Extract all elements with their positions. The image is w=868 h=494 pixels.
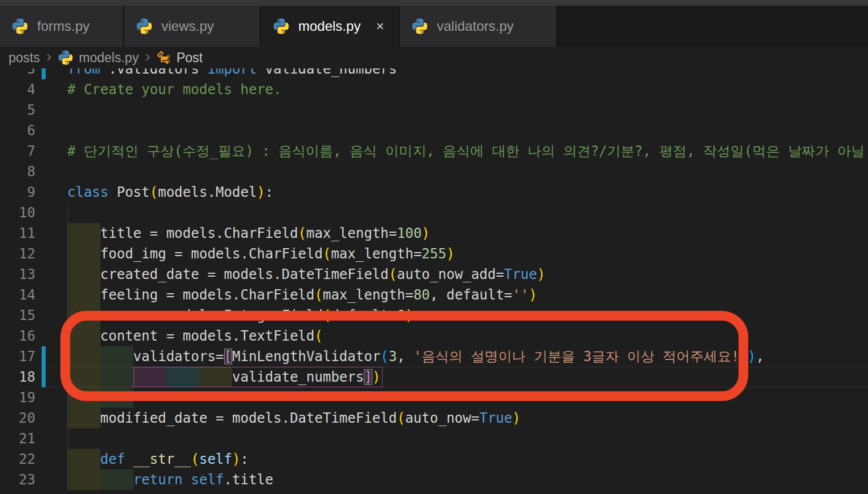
token: validate_numbers <box>257 68 397 77</box>
code-text: # 단기적인 구상(수정_필요) : 음식이름, 음식 이미지, 음식에 대한 … <box>67 143 868 159</box>
token: : <box>240 451 248 467</box>
token: default= <box>331 307 397 323</box>
code-line-11[interactable]: 11 title = models.CharField(max_length=1… <box>0 223 868 244</box>
python-icon <box>11 18 29 35</box>
git-modified-indicator <box>42 346 46 367</box>
code-line-12[interactable]: 12 food_img = models.CharField(max_lengt… <box>0 244 868 264</box>
code-line-10[interactable]: 10 <box>0 203 868 223</box>
close-icon[interactable]: × <box>376 19 384 33</box>
line-number: 19 <box>0 387 35 408</box>
code-line-23[interactable]: 23 return self.title <box>0 469 868 490</box>
token: ) <box>512 410 520 426</box>
code-line-6[interactable]: 6 <box>0 120 868 141</box>
line-number: 18 <box>0 367 35 387</box>
code-text: validate_numbers]) <box>67 369 380 385</box>
token: max_length= <box>323 287 413 303</box>
token: title = models.CharField <box>67 225 298 241</box>
token: True <box>504 266 537 282</box>
tab-models.py[interactable]: models.py× <box>261 6 398 47</box>
token: True <box>479 410 512 426</box>
line-number: 15 <box>0 305 35 326</box>
line-number: 13 <box>0 264 35 285</box>
code-line-13[interactable]: 13 created_date = models.DateTimeField(a… <box>0 264 868 285</box>
token: 80 <box>413 287 430 303</box>
token: max_length= <box>306 225 397 241</box>
code-line-17[interactable]: 17 validators=[MinLengthValidator(3, '음식… <box>0 346 868 367</box>
tab-views.py[interactable]: views.py <box>124 6 259 47</box>
line-number: 11 <box>0 223 35 244</box>
code-text: # Create your models here. <box>67 82 282 98</box>
tab-forms.py[interactable]: forms.py <box>0 6 123 47</box>
code-line-19[interactable]: 19 <box>0 387 868 408</box>
token: auto_now= <box>405 410 479 426</box>
token: MinLengthValidator <box>232 349 380 365</box>
line-number: 23 <box>0 469 35 490</box>
line-number: 9 <box>0 182 35 203</box>
code-text: food_img = models.CharField(max_length=2… <box>67 246 455 262</box>
code-line-8[interactable]: 8 <box>0 161 868 182</box>
code-line-21[interactable]: 21 <box>0 428 868 449</box>
token <box>67 451 100 467</box>
tab-label: models.py <box>298 18 360 34</box>
token: modified_date = models.DateTimeField <box>67 410 397 426</box>
token: ( <box>323 246 331 262</box>
tab-validators.py[interactable]: validators.py <box>400 6 556 47</box>
token: class <box>67 184 108 200</box>
code-line-15[interactable]: 15 score = models.IntegerField(default=0… <box>0 305 868 326</box>
code-line-4[interactable]: 4# Create your models here. <box>0 79 868 100</box>
vscode-window: forms.py views.py models.py× validators.… <box>0 0 868 494</box>
code-line-22[interactable]: 22 def __str__(self): <box>0 449 868 469</box>
line-number: 17 <box>0 346 35 367</box>
token: content = models.TextField <box>67 328 314 344</box>
token: score = models.IntegerField <box>67 307 323 323</box>
code-line-7[interactable]: 7# 단기적인 구상(수정_필요) : 음식이름, 음식 이미지, 음식에 대한… <box>0 141 868 161</box>
token: ) <box>232 451 240 467</box>
line-number: 20 <box>0 408 35 428</box>
line-number: 3 <box>0 68 35 79</box>
breadcrumb-item-Post[interactable]: Post <box>156 50 202 66</box>
python-icon <box>136 18 153 35</box>
token: [ <box>224 349 232 365</box>
token: ( <box>323 307 331 323</box>
token: ( <box>380 349 388 365</box>
code-line-5[interactable]: 5 <box>0 100 868 120</box>
token: ) <box>405 307 413 323</box>
code-line-14[interactable]: 14 feeling = models.CharField(max_length… <box>0 285 868 305</box>
code-text: created_date = models.DateTimeField(auto… <box>67 266 545 282</box>
token: validators= <box>67 349 224 365</box>
breadcrumb: posts› models.py› Post <box>0 47 868 68</box>
code-editor[interactable]: 3from .validators import validate_number… <box>0 68 868 494</box>
token: models.Model <box>158 184 257 200</box>
token: ( <box>314 328 322 344</box>
breadcrumb-item-posts[interactable]: posts <box>9 50 40 66</box>
code-text: validators=[MinLengthValidator(3, '음식의 설… <box>67 349 764 365</box>
token: ) <box>537 266 545 282</box>
token: ] <box>364 369 372 385</box>
code-line-3[interactable]: 3from .validators import validate_number… <box>0 68 868 79</box>
python-icon <box>411 18 428 35</box>
git-modified-indicator <box>42 68 46 79</box>
token: self <box>191 472 224 488</box>
python-icon <box>273 18 290 35</box>
token: feeling = models.CharField <box>67 287 314 303</box>
tab-label: views.py <box>161 18 214 34</box>
token <box>125 451 133 467</box>
git-modified-indicator <box>42 367 46 387</box>
token: ( <box>397 410 405 426</box>
token: max_length= <box>331 246 421 262</box>
token: __str__ <box>133 451 191 467</box>
code-line-18[interactable]: 18 validate_numbers]) <box>0 367 868 387</box>
code-line-20[interactable]: 20 modified_date = models.DateTimeField(… <box>0 408 868 428</box>
token: , <box>756 349 764 365</box>
line-number: 22 <box>0 449 35 469</box>
line-number: 10 <box>0 203 35 223</box>
token: .validators <box>100 68 208 77</box>
token <box>182 472 190 488</box>
token: ) <box>257 184 265 200</box>
editor-tab-bar: forms.py views.py models.py× validators.… <box>0 6 868 47</box>
code-line-9[interactable]: 9class Post(models.Model): <box>0 182 868 203</box>
token: '음식의 설명이나 기분을 3글자 이상 적어주세요!' <box>413 349 748 365</box>
breadcrumb-item-models.py[interactable]: models.py <box>58 50 139 66</box>
token: ( <box>314 287 322 303</box>
code-line-16[interactable]: 16 content = models.TextField( <box>0 326 868 346</box>
